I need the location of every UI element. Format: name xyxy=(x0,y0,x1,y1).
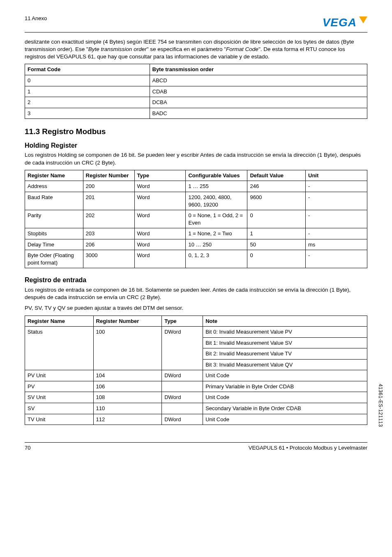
page-header: 11 Anexo VEGA xyxy=(25,15,367,32)
fc-header-code: Format Code xyxy=(25,64,150,75)
footer-doc-title: VEGAPULS 61 • Protocolo Modbus y Levelma… xyxy=(249,444,367,452)
table-row: 3BADC xyxy=(25,108,367,119)
table-row: 2DCBA xyxy=(25,97,367,108)
table-row: 1CDAB xyxy=(25,86,367,97)
table-row: PV106Primary Variable in Byte Order CDAB xyxy=(25,381,367,392)
page-footer: 70 VEGAPULS 61 • Protocolo Modbus y Leve… xyxy=(25,442,367,452)
table-row: Status 100 DWord Bit 0: Invalid Measurem… xyxy=(25,327,367,338)
section-title-11-3: 11.3 Registro Modbus xyxy=(25,126,367,137)
input-register-text-2: PV, SV, TV y QV se pueden ajustar a trav… xyxy=(25,304,367,312)
table-row: Delay Time206Word10 … 25050ms xyxy=(25,239,367,250)
input-register-heading: Registro de entrada xyxy=(25,276,367,285)
table-row: SV110Secondary Variable in Byte Order CD… xyxy=(25,403,367,414)
input-register-text-1: Los registros de entrada se componen de … xyxy=(25,286,367,301)
table-row: Parity202Word0 = None, 1 = Odd, 2 = Even… xyxy=(25,210,367,228)
table-row: Byte Oder (Floating point format)3000Wor… xyxy=(25,250,367,268)
fc-header-order: Byte transmission order xyxy=(150,64,367,75)
page-number: 70 xyxy=(25,444,30,452)
table-row: PV Unit104DWordUnit Code xyxy=(25,370,367,381)
input-register-table: Register Name Register Number Type Note … xyxy=(25,316,367,425)
table-row: Stopbits203Word1 = None, 2 = Two1- xyxy=(25,228,367,239)
holding-register-table: Register Name Register Number Type Confi… xyxy=(25,170,367,268)
document-id-side: 41361-ES-121113 xyxy=(377,384,384,427)
brand-text: VEGA xyxy=(323,15,357,30)
holding-register-text: Los registros Holding se componen de 16 … xyxy=(25,151,367,166)
holding-register-heading: Holding Register xyxy=(25,141,367,150)
table-row: TV Unit112DWordUnit Code xyxy=(25,414,367,425)
table-row: Baud Rate201Word1200, 2400, 4800, 9600, … xyxy=(25,192,367,210)
intro-paragraph: deslizante con exactitud simple (4 Bytes… xyxy=(25,38,367,61)
header-section-label: 11 Anexo xyxy=(25,15,47,22)
table-row: Address200Word1 … 255246- xyxy=(25,181,367,192)
brand-triangle-icon xyxy=(359,16,367,23)
format-code-table: Format Code Byte transmission order 0ABC… xyxy=(25,64,367,119)
table-row: 0ABCD xyxy=(25,75,367,86)
table-row: SV Unit108DWordUnit Code xyxy=(25,392,367,403)
brand-logo: VEGA xyxy=(323,15,367,30)
